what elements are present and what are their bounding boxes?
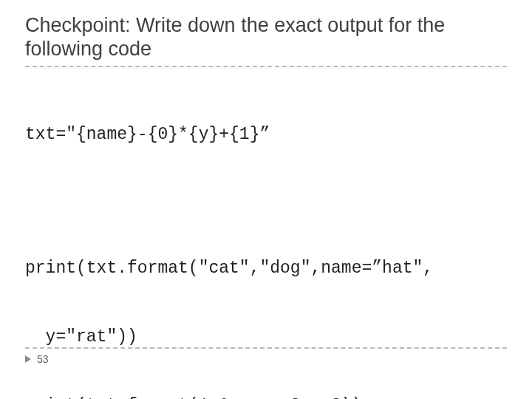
code-line-3: y="rat")) xyxy=(25,326,507,349)
page-number: 53 xyxy=(37,353,49,365)
code-line-4: print(txt.format(1,0,name=2,y=3)) xyxy=(25,395,507,399)
code-line-2: print(txt.format("cat","dog",name=”hat", xyxy=(25,257,507,280)
triangle-right-icon xyxy=(25,355,31,363)
spacer xyxy=(25,192,507,211)
code-line-1: txt="{name}-{0}*{y}+{1}” xyxy=(25,123,507,146)
slide: Checkpoint: Write down the exact output … xyxy=(0,0,532,399)
title-divider xyxy=(25,66,507,67)
footer: 53 xyxy=(25,347,507,365)
footer-divider xyxy=(25,347,507,349)
slide-title: Checkpoint: Write down the exact output … xyxy=(25,13,507,61)
footer-row: 53 xyxy=(25,353,507,365)
